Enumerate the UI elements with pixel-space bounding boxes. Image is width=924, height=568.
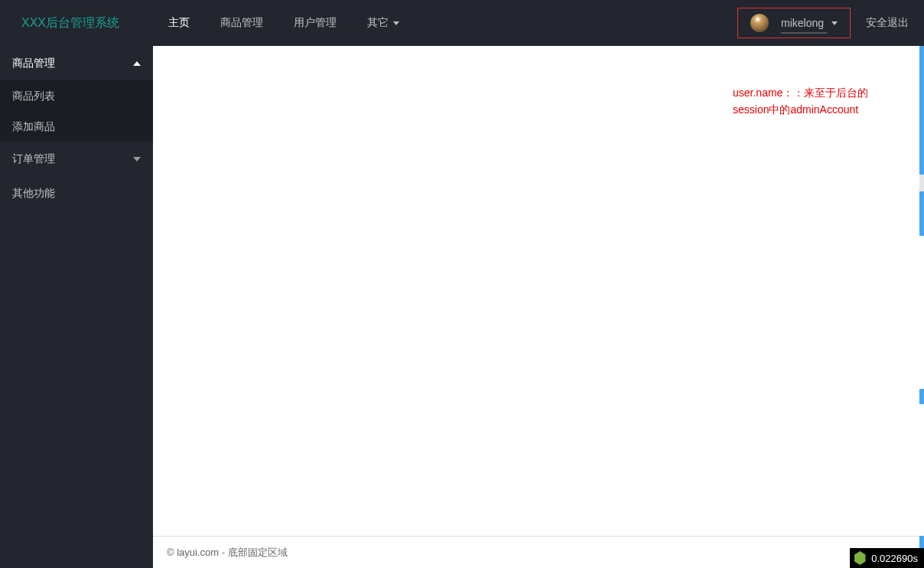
username: mikelong	[781, 17, 824, 29]
nav-home[interactable]: 主页	[153, 0, 205, 46]
sidebar-group-label: 订单管理	[12, 142, 55, 176]
perf-icon	[853, 551, 867, 565]
sidebar: 商品管理 商品列表 添加商品 订单管理 其他功能	[0, 46, 153, 568]
header-right: mikelong 安全退出	[737, 0, 924, 46]
nav-label: 主页	[168, 16, 190, 30]
sidebar-item-other[interactable]: 其他功能	[0, 176, 153, 211]
expand-down-icon	[133, 157, 141, 162]
sidebar-group-order[interactable]: 订单管理	[0, 142, 153, 176]
sidebar-group-label: 商品管理	[12, 46, 55, 80]
logout-link[interactable]: 安全退出	[851, 16, 924, 30]
perf-value: 0.022690s	[871, 553, 918, 564]
app-logo: XXX后台管理系统	[0, 15, 153, 31]
sidebar-item-add-product[interactable]: 添加商品	[0, 111, 153, 142]
footer-text: © layui.com - 底部固定区域	[167, 546, 288, 560]
nav-product[interactable]: 商品管理	[205, 0, 278, 46]
nav-label: 商品管理	[220, 16, 263, 30]
perf-badge[interactable]: 0.022690s	[850, 548, 924, 568]
header: XXX后台管理系统 主页 商品管理 用户管理 其它 mikelong 安全退出	[0, 0, 924, 46]
caret-down-icon	[393, 21, 399, 25]
nav-label: 用户管理	[294, 16, 337, 30]
nav-user[interactable]: 用户管理	[278, 0, 352, 46]
user-menu[interactable]: mikelong	[737, 8, 851, 38]
footer: © layui.com - 底部固定区域	[153, 536, 924, 568]
nav-other[interactable]: 其它	[352, 0, 415, 46]
collapse-up-icon	[133, 61, 141, 66]
nav-label: 其它	[367, 16, 389, 30]
caret-down-icon	[831, 21, 838, 25]
sidebar-group-product[interactable]: 商品管理	[0, 46, 153, 80]
annotation-text: user.name：：来至于后台的session中的adminAccount	[733, 84, 886, 119]
right-edge-strip	[919, 46, 924, 548]
main-content: user.name：：来至于后台的session中的adminAccount	[153, 46, 924, 534]
sidebar-item-product-list[interactable]: 商品列表	[0, 80, 153, 111]
top-nav: 主页 商品管理 用户管理 其它	[153, 0, 415, 46]
avatar	[750, 14, 769, 32]
